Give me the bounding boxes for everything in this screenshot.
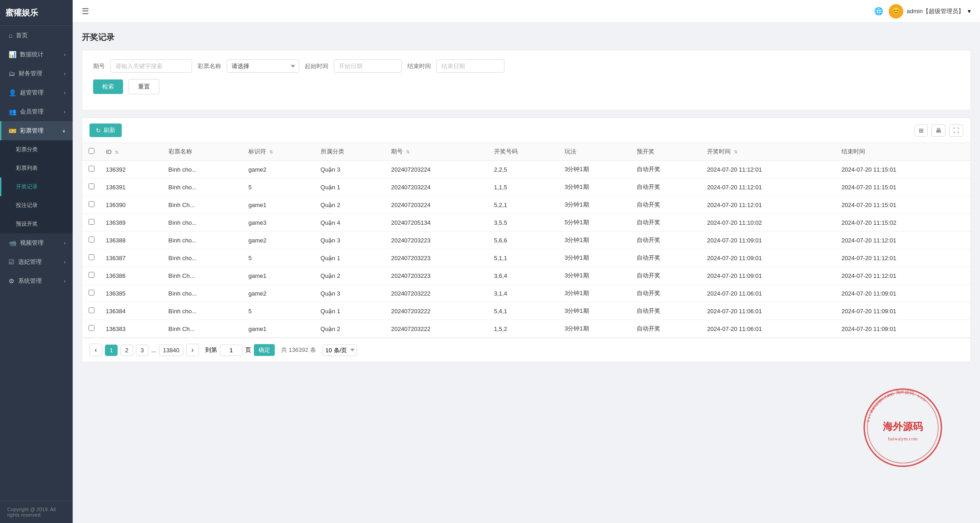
sidebar-item-system[interactable]: ⚙ 系统管理 ›	[0, 271, 73, 291]
page-content: 开奖记录 期号 彩票名称 请选择 起始时间 结束时间 检索 重置	[73, 23, 980, 523]
sidebar-item-selection[interactable]: ☑ 选妃管理 ›	[0, 252, 73, 271]
cell-end-time: 2024-07-20 11:09:01	[836, 285, 970, 302]
start-time-input[interactable]	[334, 59, 402, 73]
row-checkbox[interactable]	[89, 201, 94, 207]
gear-icon: ⚙	[9, 277, 15, 285]
page-1-button[interactable]: 1	[105, 345, 118, 356]
cell-draw-time: 2024-07-20 11:12:01	[702, 196, 836, 214]
hamburger-icon[interactable]: ☰	[82, 6, 89, 16]
sidebar-item-lottery-records[interactable]: 开奖记录	[0, 178, 73, 196]
cell-identifier: game2	[243, 161, 315, 178]
table-view-button[interactable]: ⊞	[915, 124, 928, 137]
submenu-label: 投注记录	[16, 202, 38, 209]
cell-id: 136392	[100, 161, 163, 178]
sidebar-item-bet-records[interactable]: 投注记录	[0, 196, 73, 215]
th-checkbox	[82, 143, 100, 161]
row-checkbox-cell	[82, 232, 100, 249]
print-button[interactable]: 🖶	[931, 124, 945, 137]
row-checkbox[interactable]	[89, 166, 94, 172]
row-checkbox-cell	[82, 161, 100, 178]
next-page-button[interactable]: ›	[186, 344, 199, 356]
chevron-right-icon: ›	[64, 90, 65, 95]
page-3-button[interactable]: 3	[136, 345, 148, 356]
end-time-input[interactable]	[436, 59, 505, 73]
cell-play: 3分钟1期	[559, 249, 631, 267]
per-page-select[interactable]: 10 条/页 20 条/页 50 条/页	[322, 345, 357, 356]
sidebar-footer: Copyright @ 2019. All rights reserved.	[0, 501, 73, 523]
main-content: ☰ 🌐 😊 admin【超级管理员】 ▾ 开奖记录 期号 彩票名称 请选择 起始…	[73, 0, 980, 523]
page-confirm-button[interactable]: 确定	[254, 344, 275, 356]
sidebar-item-lottery[interactable]: 🎫 彩票管理 ∨	[0, 121, 73, 140]
sidebar-item-lottery-category[interactable]: 彩票分类	[0, 140, 73, 159]
cell-end-time: 2024-07-20 11:09:01	[836, 302, 970, 320]
row-checkbox[interactable]	[89, 219, 94, 225]
row-checkbox[interactable]	[89, 183, 94, 189]
cell-draw-time: 2024-07-20 11:09:01	[702, 232, 836, 249]
selection-icon: ☑	[9, 258, 15, 266]
prev-page-button[interactable]: ‹	[89, 344, 102, 356]
row-checkbox-cell	[82, 178, 100, 196]
page-jump-input[interactable]	[220, 345, 243, 356]
row-checkbox[interactable]	[89, 290, 94, 296]
select-all-checkbox[interactable]	[89, 148, 94, 154]
cell-category: Quận 2	[315, 320, 386, 338]
cell-pre-draw: 自动开奖	[631, 267, 702, 285]
cell-end-time: 2024-07-20 11:15:01	[836, 161, 970, 178]
cell-id: 136383	[100, 320, 163, 338]
cell-period: 202407203224	[386, 196, 489, 214]
sidebar-item-video[interactable]: 📹 视频管理 ›	[0, 233, 73, 252]
cell-id: 136390	[100, 196, 163, 214]
reset-button[interactable]: 重置	[129, 79, 159, 94]
cell-end-time: 2024-07-20 11:12:01	[836, 267, 970, 285]
sidebar-item-pre-lottery[interactable]: 预设开奖	[0, 215, 73, 233]
sidebar-item-label: 彩票管理	[20, 127, 44, 135]
toolbar-icons: ⊞ 🖶 ⛶	[915, 124, 963, 137]
cell-draw-time: 2024-07-20 11:06:01	[702, 320, 836, 338]
lottery-submenu: 彩票分类 彩票列表 开奖记录 投注记录 预设开奖	[0, 140, 73, 233]
cell-category: Quận 4	[315, 214, 386, 232]
user-icon: 👤	[9, 89, 16, 96]
row-checkbox[interactable]	[89, 325, 94, 331]
user-name: admin【超级管理员】	[907, 7, 964, 15]
sidebar-item-data-stats[interactable]: 📊 数据统计 ›	[0, 45, 73, 64]
search-button[interactable]: 检索	[93, 79, 123, 94]
sidebar-item-super-admin[interactable]: 👤 超管管理 ›	[0, 83, 73, 102]
row-checkbox-cell	[82, 285, 100, 302]
filter-actions: 检索 重置	[93, 79, 960, 94]
table-row: 136388 Bình cho... game2 Quận 3 20240720…	[82, 232, 970, 249]
chevron-right-icon: ›	[64, 260, 65, 265]
cell-id: 136388	[100, 232, 163, 249]
th-play: 玩法	[559, 143, 631, 161]
chevron-down-icon: ∨	[62, 128, 65, 133]
maximize-button[interactable]: ⛶	[949, 124, 963, 137]
period-input[interactable]	[110, 59, 192, 73]
page-unit: 页	[245, 346, 251, 354]
page-last-button[interactable]: 13840	[159, 345, 183, 356]
globe-icon[interactable]: 🌐	[874, 7, 883, 15]
th-id: ID ⇅	[100, 143, 163, 161]
period-label: 期号	[93, 62, 105, 70]
row-checkbox[interactable]	[89, 254, 94, 260]
submenu-label: 开奖记录	[16, 183, 38, 191]
page-2-button[interactable]: 2	[120, 345, 133, 356]
filter-row: 期号 彩票名称 请选择 起始时间 结束时间	[93, 59, 960, 73]
page-ellipsis: ...	[151, 347, 156, 354]
sidebar-item-finance[interactable]: 🗂 财务管理 ›	[0, 64, 73, 83]
refresh-button[interactable]: ↻ 刷新	[89, 123, 122, 137]
sidebar-item-label: 超管管理	[20, 89, 44, 97]
cell-draw-number: 3,6,4	[489, 267, 559, 285]
sidebar-item-lottery-list[interactable]: 彩票列表	[0, 159, 73, 178]
row-checkbox[interactable]	[89, 237, 94, 242]
cell-period: 202407203222	[386, 320, 489, 338]
user-info[interactable]: 😊 admin【超级管理员】 ▾	[889, 4, 971, 19]
table-row: 136391 Bình cho... 5 Quận 1 202407203224…	[82, 178, 970, 196]
row-checkbox[interactable]	[89, 307, 94, 313]
sidebar-item-home[interactable]: ⌂ 首页	[0, 26, 73, 45]
total-info: 共 136392 条	[281, 346, 316, 354]
th-end-time: 结束时间	[836, 143, 970, 161]
row-checkbox[interactable]	[89, 272, 94, 278]
sidebar-item-member[interactable]: 👥 会员管理 ›	[0, 102, 73, 121]
cell-draw-number: 5,6,6	[489, 232, 559, 249]
th-lottery-name: 彩票名称	[163, 143, 243, 161]
lottery-name-select[interactable]: 请选择	[227, 59, 299, 73]
